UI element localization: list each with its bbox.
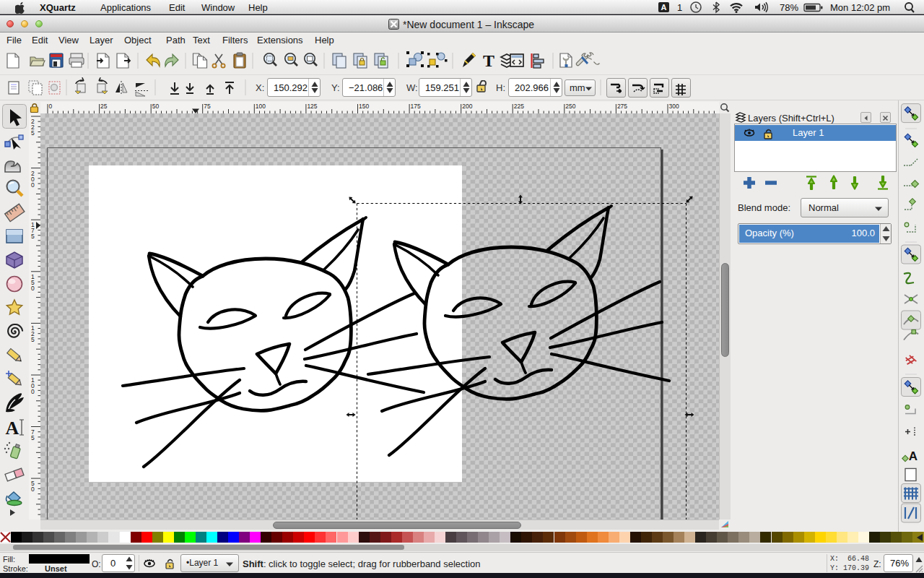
svg-text:225: 225 [514, 103, 524, 110]
svg-text:250: 250 [565, 103, 575, 110]
svg-text:125: 125 [307, 103, 317, 110]
svg-text:0: 0 [31, 486, 35, 493]
svg-text:5: 5 [31, 129, 35, 137]
svg-text:0: 0 [31, 181, 35, 189]
svg-text:275: 275 [617, 103, 627, 110]
svg-text:1: 1 [677, 2, 682, 13]
svg-text:75: 75 [204, 103, 211, 110]
svg-text:A: A [6, 418, 19, 439]
svg-text:0: 0 [31, 285, 35, 292]
svg-text:Mon 12:02 pm: Mon 12:02 pm [830, 2, 890, 13]
svg-text:300: 300 [669, 103, 679, 110]
svg-text:200: 200 [462, 103, 472, 110]
svg-text:100: 100 [256, 103, 266, 110]
svg-text:0: 0 [49, 103, 53, 110]
svg-text:A: A [661, 3, 667, 12]
svg-text:175: 175 [411, 103, 421, 110]
svg-text:78%: 78% [780, 2, 798, 13]
svg-text:0: 0 [31, 388, 35, 395]
svg-text:5: 5 [31, 336, 35, 343]
svg-text:25: 25 [100, 103, 108, 110]
svg-text:A: A [909, 449, 918, 463]
svg-text:50: 50 [152, 103, 160, 110]
svg-text:T: T [483, 51, 494, 70]
svg-text:150: 150 [359, 103, 369, 110]
svg-text:5: 5 [31, 233, 35, 240]
svg-text:5: 5 [31, 434, 35, 441]
